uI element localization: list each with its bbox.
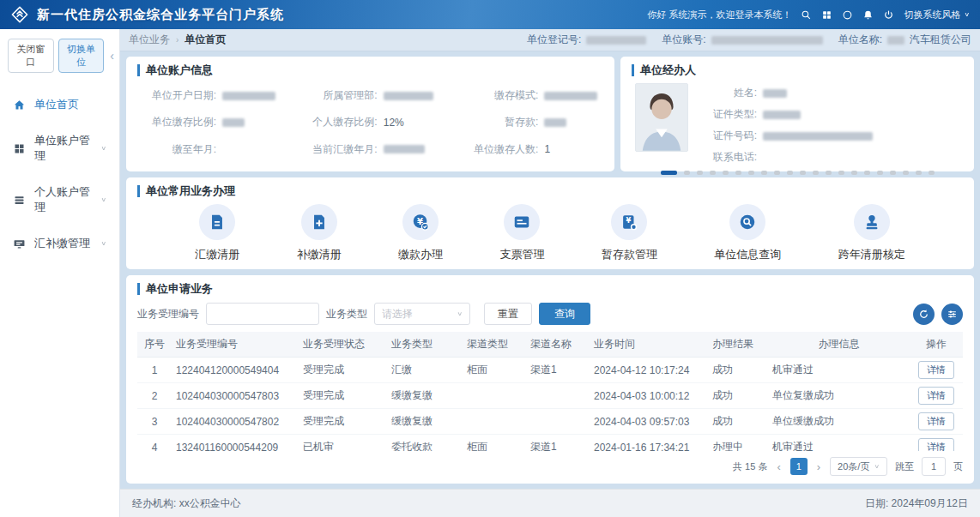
carousel-dot[interactable]: [838, 171, 844, 175]
quick-action-2[interactable]: 补缴清册: [297, 204, 342, 262]
breadcrumb-separator-icon: ›: [176, 35, 178, 45]
breadcrumb: 单位业务 › 单位首页: [129, 33, 226, 47]
cheque-icon: [512, 213, 531, 231]
table-cell: 2024-01-16 17:34:21: [590, 435, 708, 452]
jump-page-input[interactable]: 1: [922, 457, 946, 476]
detail-button[interactable]: 详情: [918, 438, 954, 451]
table-cell: [526, 409, 590, 435]
carousel-dot[interactable]: [903, 171, 909, 175]
field-label: 单位开户日期:: [137, 88, 216, 103]
column-header: 业务受理状态: [299, 332, 387, 358]
next-page-button[interactable]: ›: [815, 460, 822, 473]
search-icon[interactable]: [801, 9, 812, 21]
prev-page-button[interactable]: ‹: [775, 460, 782, 473]
bell-icon[interactable]: [862, 9, 874, 21]
carousel-dot[interactable]: [735, 171, 741, 175]
pagination: 共 15 条 ‹ 1 › 20条/页 ∨ 跳至 1 页: [137, 451, 963, 476]
style-switch-button[interactable]: 切换系统风格 ∨: [904, 9, 970, 21]
personal-account-icon: [13, 194, 26, 207]
unit-agent-panel: 单位经办人 姓名:证件类型:: [620, 57, 974, 171]
fullscreen-icon[interactable]: [842, 9, 853, 21]
section-title: 单位经办人: [632, 64, 963, 76]
collapse-sidebar-icon[interactable]: ‹: [108, 49, 116, 63]
chevron-down-icon: ∨: [100, 145, 106, 152]
unit-name-label: 单位名称:: [838, 33, 882, 47]
masked-value: [763, 111, 801, 119]
page-size-select[interactable]: 20条/页 ∨: [830, 457, 887, 476]
carousel-dot[interactable]: [851, 171, 857, 175]
carousel-dot[interactable]: [761, 171, 767, 175]
field-value: 1: [544, 143, 550, 155]
carousel-dot[interactable]: [800, 171, 806, 175]
detail-button[interactable]: 详情: [918, 361, 954, 379]
column-header: 渠道名称: [526, 332, 590, 358]
field-label: 证件号码:: [702, 129, 757, 143]
quick-action-6[interactable]: 单位信息查询: [714, 204, 781, 262]
carousel-dot[interactable]: [916, 171, 922, 175]
carousel-dot[interactable]: [661, 171, 677, 175]
quick-action-circle: [199, 204, 235, 240]
quick-action-7[interactable]: 跨年清册核定: [838, 204, 905, 262]
masked-value: [763, 132, 873, 141]
sidebar-item-1[interactable]: 单位首页: [0, 87, 119, 123]
agent-field: 姓名:: [702, 86, 873, 100]
sidebar-item-label: 单位账户管理: [34, 133, 92, 164]
carousel-dot[interactable]: [826, 171, 832, 175]
quick-action-3[interactable]: ¥缴款办理: [398, 204, 443, 262]
carousel-dot[interactable]: [787, 171, 793, 175]
chevron-down-icon: ∨: [457, 311, 463, 317]
account-info-field: 缴存模式:: [459, 88, 603, 103]
sidebar-item-4[interactable]: 汇补缴管理∨: [0, 225, 119, 262]
detail-button[interactable]: 详情: [918, 412, 954, 430]
carousel-dot[interactable]: [813, 171, 819, 175]
current-page-button[interactable]: 1: [790, 458, 808, 475]
carousel-dot[interactable]: [774, 171, 780, 175]
table-cell: 2: [137, 383, 172, 409]
table-cell: 委托收款: [387, 435, 463, 452]
carousel-dot[interactable]: [684, 171, 690, 175]
table-cell: 渠道1: [526, 435, 590, 452]
header-actions: 你好 系统演示，欢迎登录本系统！ 切换系统风格 ∨: [647, 9, 970, 21]
table-row: 4132401160000544209已机审委托收款柜面渠道12024-01-1…: [137, 435, 963, 452]
quick-action-1[interactable]: 汇缴清册: [195, 204, 239, 262]
select-placeholder: 请选择: [382, 307, 413, 322]
carousel-dot[interactable]: [697, 171, 703, 175]
quick-action-label: 跨年清册核定: [838, 247, 905, 262]
quick-action-4[interactable]: 支票管理: [499, 204, 544, 262]
carousel-dot[interactable]: [890, 171, 896, 175]
carousel-dot[interactable]: [723, 171, 729, 175]
field-label: 联系电话:: [702, 150, 757, 165]
agent-field: 证件号码:: [702, 129, 873, 143]
carousel-dot[interactable]: [710, 171, 716, 175]
breadcrumb-item[interactable]: 单位业务: [129, 33, 170, 47]
refresh-button[interactable]: [913, 304, 935, 325]
close-window-button[interactable]: 关闭窗口: [8, 39, 54, 73]
app-window: 新一代住房公积金综合业务平台门户系统 你好 系统演示，欢迎登录本系统！ 切换系统…: [0, 0, 980, 517]
business-number-input[interactable]: [206, 303, 319, 325]
power-icon[interactable]: [883, 9, 894, 21]
table-cell: 2024-04-12 10:17:24: [590, 358, 708, 383]
column-settings-button[interactable]: [941, 304, 963, 325]
sidebar-item-3[interactable]: 个人账户管理∨: [0, 174, 119, 225]
table-cell: [463, 409, 526, 435]
column-header: 序号: [137, 332, 172, 358]
carousel-dot[interactable]: [877, 171, 883, 175]
query-button[interactable]: 查询: [539, 303, 590, 325]
carousel-dot[interactable]: [929, 171, 935, 175]
quick-actions-panel: 单位常用业务办理 汇缴清册补缴清册¥缴款办理支票管理¥暂存款管理单位信息查询跨年…: [126, 177, 974, 269]
sidebar-item-2[interactable]: 单位账户管理∨: [0, 123, 119, 174]
grid-apps-icon[interactable]: [821, 9, 832, 21]
carousel-dot[interactable]: [864, 171, 870, 175]
reset-button[interactable]: 重置: [484, 303, 532, 325]
quick-action-5[interactable]: ¥暂存款管理: [602, 204, 657, 262]
remittance-icon: [13, 237, 26, 250]
content: 单位账户信息 单位开户日期:所属管理部:缴存模式:单位缴存比例:个人缴存比例:1…: [120, 51, 980, 489]
switch-unit-button[interactable]: 切换单位: [58, 39, 105, 73]
chevron-down-icon: ∨: [964, 11, 970, 18]
detail-button[interactable]: 详情: [918, 387, 954, 405]
business-type-select[interactable]: 请选择 ∨: [374, 303, 470, 325]
carousel-dot[interactable]: [748, 171, 754, 175]
masked-value: [544, 118, 566, 127]
column-header: 办理结果: [708, 332, 768, 358]
field-label: 所属管理部:: [299, 88, 378, 103]
